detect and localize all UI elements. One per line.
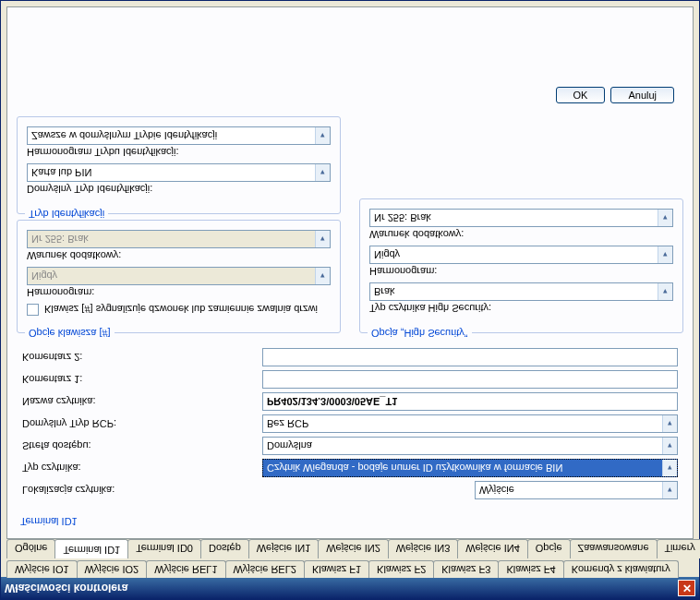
terminal-section-title: Terminal ID1 <box>20 516 683 527</box>
high-security-group: Opcja „High Security” Typ czytnika High … <box>359 198 683 333</box>
nazwa-label: Nazwa czytnika: <box>22 396 151 407</box>
chevron-down-icon[interactable]: ▾ <box>662 415 677 432</box>
ok-harmonogram-label: Harmonogram: <box>27 287 331 298</box>
tab-content: Terminal ID1 Lokalizacja czytnika: Wyjśc… <box>6 6 694 539</box>
ti-domyslny-label: Domyślny Tryb Identyfikacji: <box>27 184 331 195</box>
ti-harmonogram-combo[interactable]: Zawsze w domyślnym Trybie Identyfikacji … <box>27 126 331 145</box>
tab-ogólne[interactable]: Ogólne <box>6 539 55 558</box>
chevron-down-icon[interactable]: ▾ <box>658 210 672 226</box>
dzwonek-checkbox[interactable] <box>27 304 39 316</box>
hs-warunek-combo[interactable]: Nr 255: Brak ▾ <box>369 209 673 227</box>
tab-terminal-id0[interactable]: Terminal ID0 <box>127 539 201 558</box>
chevron-down-icon[interactable]: ▾ <box>315 231 330 247</box>
tabs-row-2: OgólneTerminal ID1Terminal ID0DostępWejś… <box>6 539 694 558</box>
hs-typ-combo[interactable]: Brak ▾ <box>369 282 673 301</box>
lokalizacja-label: Lokalizacja czytnika: <box>22 485 151 496</box>
tab-klawisz-f2[interactable]: Klawisz F2 <box>368 560 434 578</box>
tab-klawisz-f4[interactable]: Klawisz F4 <box>498 560 563 578</box>
chevron-down-icon[interactable]: ▾ <box>662 460 677 476</box>
chevron-down-icon[interactable]: ▾ <box>315 268 330 284</box>
lokalizacja-combo[interactable]: Wyjście ▾ <box>475 481 678 499</box>
tab-klawisz-f1[interactable]: Klawisz F1 <box>304 560 369 578</box>
chevron-down-icon[interactable]: ▾ <box>315 164 330 181</box>
hs-harmonogram-label: Harmonogram: <box>369 266 673 277</box>
chevron-down-icon[interactable]: ▾ <box>315 127 330 144</box>
chevron-down-icon[interactable]: ▾ <box>658 246 672 263</box>
opcje-klawisza-group: Opcje klawisza [#] Klawisz [#] sygnalizu… <box>17 220 341 333</box>
nazwa-input[interactable]: PR402\134.3\0003\05AE_T1 <box>262 392 678 411</box>
tab-dostęp[interactable]: Dostęp <box>200 539 249 558</box>
tab-wyjście-rel1[interactable]: Wyjście REL1 <box>146 560 225 578</box>
rcp-label: Domyślny Tryb RCP: <box>22 418 151 429</box>
hs-harmonogram-combo[interactable]: Nigdy ▾ <box>369 246 673 264</box>
hs-typ-label: Typ czytnika High Security: <box>369 303 673 314</box>
hs-warunek-label: Warunek dodatkowy: <box>369 229 673 240</box>
tab-wejście-in3[interactable]: Wejście IN3 <box>388 539 458 558</box>
tabs-row-1: Wyjście IO1Wyjście IO2Wyjście REL1Wyjści… <box>6 560 694 578</box>
tab-wyjście-io1[interactable]: Wyjście IO1 <box>6 560 78 578</box>
tab-wyjście-io2[interactable]: Wyjście IO2 <box>77 560 148 578</box>
chevron-down-icon[interactable]: ▾ <box>662 482 677 498</box>
chevron-down-icon[interactable]: ▾ <box>658 283 672 300</box>
window-title: Właściwości kontrolera <box>5 582 127 594</box>
tab-wejście-in1[interactable]: Wejście IN1 <box>248 539 319 558</box>
tab-terminal-id1[interactable]: Terminal ID1 <box>54 539 128 558</box>
typ-combo[interactable]: Czytnik Wieganda - podaje numer ID użytk… <box>262 459 678 477</box>
ti-domyslny-combo[interactable]: Karta lub PIN ▾ <box>27 163 331 182</box>
ti-harmonogram-label: Harmonogram Trybu Identyfikacji: <box>27 147 331 158</box>
rcp-combo[interactable]: Bez RCP ▾ <box>262 414 678 433</box>
tryb-ident-group: Tryb Identyfikacji Domyślny Tryb Identyf… <box>17 116 341 214</box>
tab-timery[interactable]: Timery <box>657 539 700 558</box>
strefa-combo[interactable]: Domyślna ▾ <box>262 437 678 455</box>
tab-zaawansowane[interactable]: Zaawansowane <box>570 539 658 558</box>
strefa-label: Strefa dostępu: <box>22 440 151 451</box>
ok-button[interactable]: OK <box>556 87 606 103</box>
titlebar: Właściwości kontrolera ✕ <box>1 577 699 599</box>
kom2-label: Komentarz 2: <box>22 352 151 363</box>
kom1-label: Komentarz 1: <box>22 374 151 385</box>
tab-komendy-z-klawiatury[interactable]: Komendy z klawiatury <box>563 560 679 578</box>
cancel-button[interactable]: Anuluj <box>610 87 674 103</box>
kom2-input[interactable] <box>262 348 678 366</box>
chevron-down-icon[interactable]: ▾ <box>662 438 677 454</box>
tab-wyjście-rel2[interactable]: Wyjście REL2 <box>225 560 305 578</box>
tab-klawisz-f3[interactable]: Klawisz F3 <box>433 560 499 578</box>
typ-label: Typ czytnika: <box>22 462 151 474</box>
tab-opcje[interactable]: Opcje <box>527 539 571 558</box>
dzwonek-label: Klawisz [#] sygnalizuje dzwonek lub zami… <box>44 305 318 316</box>
tab-wejście-in2[interactable]: Wejście IN2 <box>318 539 388 558</box>
tab-wejście-in4[interactable]: Wejście IN4 <box>457 539 527 558</box>
ok-warunek-label: Warunek dodatkowy: <box>27 250 331 261</box>
close-icon[interactable]: ✕ <box>678 580 695 596</box>
kom1-input[interactable] <box>262 370 678 389</box>
ok-harmonogram-combo[interactable]: Nigdy ▾ <box>27 267 331 285</box>
ok-warunek-combo[interactable]: Nr 255: Brak ▾ <box>27 230 331 248</box>
